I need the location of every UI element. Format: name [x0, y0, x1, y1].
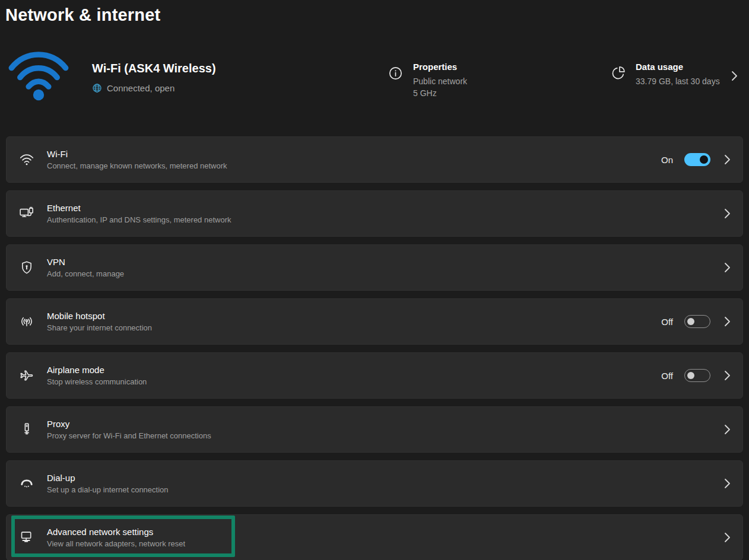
- airplane-icon: [19, 368, 34, 383]
- settings-row-hotspot[interactable]: Mobile hotspot Share your internet conne…: [6, 298, 743, 345]
- data-usage-block[interactable]: Data usage 33.79 GB, last 30 days: [610, 62, 720, 87]
- toggle-knob: [687, 372, 694, 379]
- chevron-right-icon: [723, 207, 731, 220]
- network-adapters-icon: [19, 530, 34, 545]
- row-subtitle: Add, connect, manage: [47, 269, 723, 278]
- settings-row-airplane[interactable]: Airplane mode Stop wireless communicatio…: [6, 352, 743, 399]
- settings-list: Wi-Fi Connect, manage known networks, me…: [6, 136, 743, 560]
- toggle-state-label: On: [661, 155, 673, 165]
- properties-label: Properties: [413, 62, 467, 72]
- row-title: Mobile hotspot: [47, 311, 661, 321]
- chevron-right-icon: [723, 531, 731, 544]
- row-title: Proxy: [47, 419, 723, 429]
- row-subtitle: Share your internet connection: [47, 323, 661, 332]
- settings-row-ethernet[interactable]: Ethernet Authentication, IP and DNS sett…: [6, 190, 743, 237]
- settings-row-proxy[interactable]: Proxy Proxy server for Wi-Fi and Etherne…: [6, 406, 743, 453]
- page-title: Network & internet: [5, 5, 160, 25]
- chevron-right-icon: [723, 369, 731, 382]
- row-subtitle: Set up a dial-up internet connection: [47, 485, 723, 494]
- data-usage-detail: 33.79 GB, last 30 days: [636, 75, 720, 87]
- properties-network-type: Public network: [413, 75, 467, 87]
- properties-band: 5 GHz: [413, 87, 467, 99]
- chevron-right-icon: [723, 315, 731, 328]
- connection-status-text: Connected, open: [107, 83, 174, 93]
- row-subtitle: Connect, manage known networks, metered …: [47, 161, 661, 170]
- toggle-state-label: Off: [661, 371, 673, 381]
- row-title: VPN: [47, 257, 723, 267]
- proxy-server-icon: [19, 422, 34, 437]
- ethernet-icon: [19, 206, 34, 221]
- toggle-state-label: Off: [661, 317, 673, 327]
- connection-name: Wi-Fi (ASK4 Wireless): [92, 62, 216, 75]
- settings-row-advanced[interactable]: Advanced network settings View all netwo…: [6, 514, 743, 560]
- row-title: Wi-Fi: [47, 149, 661, 159]
- settings-row-dialup[interactable]: Dial-up Set up a dial-up internet connec…: [6, 460, 743, 507]
- toggle-knob: [700, 155, 708, 164]
- row-title: Advanced network settings: [47, 527, 723, 537]
- row-subtitle: Proxy server for Wi-Fi and Ethernet conn…: [47, 431, 723, 440]
- pie-chart-icon: [610, 65, 626, 81]
- dialup-phone-icon: [19, 476, 34, 491]
- hotspot-icon: [19, 314, 34, 329]
- chevron-right-icon: [723, 261, 731, 274]
- wifi-toggle[interactable]: [684, 153, 710, 166]
- row-subtitle: Authentication, IP and DNS settings, met…: [47, 215, 723, 224]
- row-title: Ethernet: [47, 203, 723, 213]
- hotspot-toggle[interactable]: [684, 315, 710, 328]
- wifi-icon: [19, 152, 34, 167]
- chevron-right-icon: [731, 69, 738, 82]
- data-usage-label: Data usage: [636, 62, 720, 72]
- toggle-knob: [687, 318, 694, 325]
- row-subtitle: View all network adapters, network reset: [47, 539, 723, 548]
- chevron-right-icon: [723, 153, 731, 166]
- settings-window: Network & internet Wi-Fi (ASK4 Wireless)…: [0, 0, 749, 560]
- airplane-toggle[interactable]: [684, 369, 710, 382]
- row-subtitle: Stop wireless communication: [47, 377, 661, 386]
- chevron-right-icon: [723, 477, 731, 490]
- globe-icon: [92, 83, 102, 93]
- row-title: Dial-up: [47, 473, 723, 483]
- settings-row-wifi[interactable]: Wi-Fi Connect, manage known networks, me…: [6, 136, 743, 183]
- row-title: Airplane mode: [47, 365, 661, 375]
- settings-row-vpn[interactable]: VPN Add, connect, manage: [6, 244, 743, 291]
- chevron-right-icon: [723, 423, 731, 436]
- info-icon: [388, 65, 404, 81]
- wifi-hero-icon: [8, 50, 69, 102]
- connection-status: Connected, open: [92, 83, 174, 93]
- properties-block[interactable]: Properties Public network 5 GHz: [388, 62, 467, 99]
- shield-icon: [19, 260, 34, 275]
